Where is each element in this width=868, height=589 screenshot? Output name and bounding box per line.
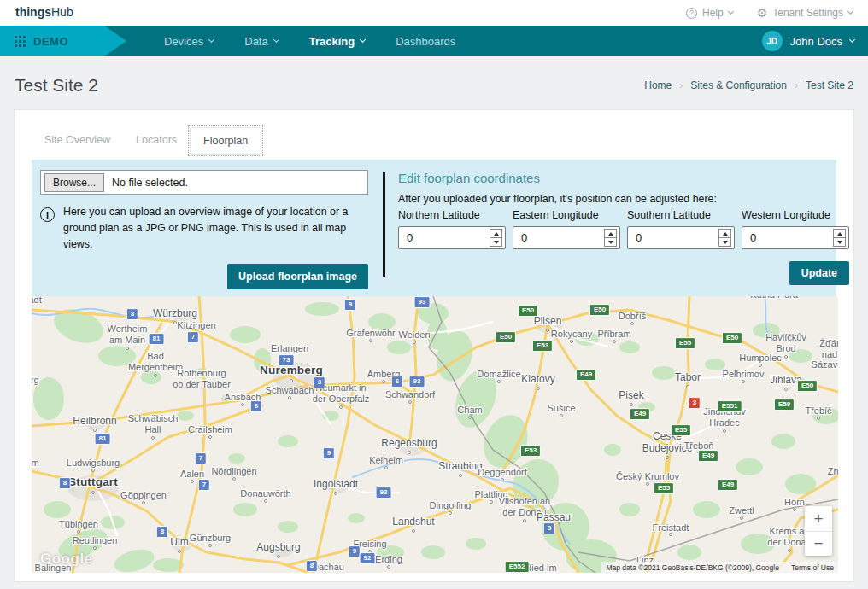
number-stepper[interactable] [604, 229, 617, 247]
number-stepper[interactable] [833, 229, 846, 247]
nav-label: Tracking [309, 35, 355, 48]
gear-icon [757, 7, 768, 20]
floorplan-file-input[interactable]: Browse... No file selected. [40, 170, 368, 195]
user-name: John Docs [790, 35, 842, 48]
map[interactable]: WürzburgKitzingenWertheim am MainKarlsta… [32, 296, 838, 573]
stepper-down-icon[interactable] [834, 237, 845, 246]
map-zoom-control: + − [805, 506, 832, 556]
google-watermark: Google [40, 551, 93, 568]
western-longitude-input[interactable] [742, 231, 833, 244]
map-zoom-in-button[interactable]: + [805, 506, 832, 531]
northern-latitude-input[interactable] [399, 231, 490, 244]
map-attribution: Map data ©2021 GeoBasis-DE/BKG (©2009), … [601, 562, 838, 573]
info-icon [40, 207, 55, 222]
nav-item-dashboards[interactable]: Dashboards [396, 35, 455, 48]
stepper-down-icon[interactable] [605, 237, 616, 246]
eastern-longitude-field: Eastern Longitude [513, 209, 620, 249]
stepper-up-icon[interactable] [490, 230, 501, 237]
map-data-credit: Map data ©2021 GeoBasis-DE/BKG (©2009), … [606, 563, 778, 572]
site-card: Site Overview Locators Floorplan Browse.… [14, 109, 854, 582]
stepper-up-icon[interactable] [834, 230, 845, 237]
tab-site-overview[interactable]: Site Overview [32, 127, 123, 155]
logo-rest: Hub [51, 5, 73, 19]
nav-item-devices[interactable]: Devices [164, 35, 214, 48]
tab-floorplan[interactable]: Floorplan [190, 127, 261, 155]
field-label: Northern Latitude [398, 209, 506, 221]
upload-info-text: Here you can upload an overview image of… [63, 204, 368, 254]
terms-of-use-link[interactable]: Terms of Use [791, 563, 834, 572]
user-menu[interactable]: JD John Docs [762, 31, 854, 51]
coordinates-heading: Edit foorplan coordinates [398, 171, 849, 185]
logo-bold: things [15, 5, 51, 19]
tab-bar: Site Overview Locators Floorplan [32, 127, 836, 155]
top-bar: thingsHub Help Tenant Settings [0, 0, 868, 26]
field-label: Eastern Longitude [513, 209, 620, 221]
avatar: JD [762, 31, 783, 51]
app-logo[interactable]: thingsHub [15, 5, 73, 20]
chevron-down-icon [208, 37, 214, 43]
chevron-down-icon [849, 37, 855, 43]
nav-item-tracking[interactable]: Tracking [309, 35, 365, 48]
breadcrumb-separator: › [679, 79, 683, 91]
breadcrumb-separator: › [795, 79, 798, 91]
number-stepper[interactable] [490, 229, 502, 247]
eastern-longitude-input[interactable] [513, 231, 604, 244]
chevron-down-icon [360, 37, 366, 43]
stepper-down-icon[interactable] [490, 237, 501, 246]
section-divider [383, 172, 385, 277]
site-switcher-label: DEMO [33, 35, 68, 48]
breadcrumb-home[interactable]: Home [644, 79, 672, 91]
main-nav: DEMO Devices Data Tracking Dashboards JD… [0, 26, 868, 56]
southern-latitude-field: Southern Latitude [627, 209, 735, 249]
update-button[interactable]: Update [789, 261, 849, 285]
help-icon [686, 8, 697, 19]
tenant-settings-label: Tenant Settings [772, 7, 843, 19]
stepper-down-icon[interactable] [719, 237, 730, 246]
number-stepper[interactable] [718, 229, 731, 247]
nav-label: Devices [164, 35, 203, 48]
field-label: Southern Latitude [627, 209, 735, 221]
tab-locators[interactable]: Locators [123, 127, 190, 155]
chevron-down-icon [273, 37, 279, 43]
page-title: Test Site 2 [15, 75, 98, 96]
site-switcher[interactable]: DEMO [0, 26, 104, 56]
stepper-up-icon[interactable] [605, 230, 616, 237]
breadcrumb-sites-configuration[interactable]: Sites & Configuration [690, 79, 787, 91]
nav-label: Data [244, 35, 267, 48]
map-zoom-out-button[interactable]: − [805, 531, 832, 556]
southern-latitude-input[interactable] [628, 231, 718, 244]
western-longitude-field: Western Longitude [742, 209, 849, 249]
breadcrumb: Home › Sites & Configuration › Test Site… [644, 79, 853, 91]
help-menu[interactable]: Help [686, 7, 733, 19]
chevron-down-icon [728, 9, 734, 15]
nav-item-data[interactable]: Data [244, 35, 278, 48]
grid-icon [15, 36, 26, 47]
field-label: Western Longitude [742, 209, 849, 221]
file-status-text: No file selected. [112, 177, 188, 189]
stepper-up-icon[interactable] [719, 230, 730, 237]
upload-floorplan-button[interactable]: Upload floorplan image [227, 264, 368, 289]
browse-button[interactable]: Browse... [44, 173, 104, 192]
breadcrumb-current: Test Site 2 [806, 79, 853, 91]
northern-latitude-field: Northern Latitude [398, 209, 506, 249]
map-canvas [32, 296, 838, 573]
floorplan-panel: Browse... No file selected. Here you can… [32, 160, 836, 296]
coordinates-helper-text: After you uploaded your floorplan, it's … [398, 193, 849, 205]
nav-label: Dashboards [396, 35, 455, 48]
tenant-settings-menu[interactable]: Tenant Settings [757, 7, 853, 20]
chevron-down-icon [847, 9, 853, 15]
help-label: Help [702, 7, 724, 19]
